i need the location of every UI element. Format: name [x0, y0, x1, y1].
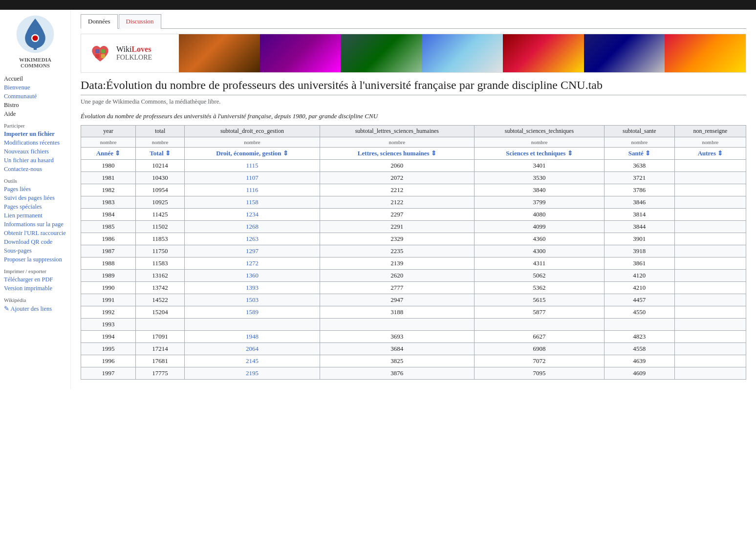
- table-body: 1980102141115206034013638198110430110720…: [81, 160, 746, 380]
- sidebar-item-importer[interactable]: Importer un fichier: [4, 130, 66, 138]
- cell-col5-1980: 3401: [475, 160, 605, 172]
- cell-col3-1994[interactable]: 1948: [185, 331, 320, 343]
- svg-rect-9: [101, 49, 105, 53]
- sidebar-item-imprimable[interactable]: Version imprimable: [4, 285, 66, 292]
- sidebar-item-ajouter-liens[interactable]: ✎ Ajouter des liens: [4, 305, 66, 313]
- col-label-lettres[interactable]: Lettres, sciences humaines ⇕: [320, 148, 474, 160]
- cell-col3-1983[interactable]: 1158: [185, 196, 320, 209]
- cell-year-1984: 1984: [81, 209, 136, 221]
- sidebar-item-informations[interactable]: Informations sur la page: [4, 221, 66, 228]
- sidebar-item-sous-pages[interactable]: Sous-pages: [4, 247, 66, 255]
- tab-discussion[interactable]: Discussion: [119, 14, 161, 29]
- cell-col7-1984: [674, 209, 746, 221]
- cell-col3-1986[interactable]: 1263: [185, 233, 320, 245]
- cell-col3-1992[interactable]: 1589: [185, 306, 320, 319]
- cell-col3-1980[interactable]: 1115: [185, 160, 320, 172]
- cell-total-1982: 10954: [135, 184, 184, 196]
- cell-col3-1987[interactable]: 1297: [185, 245, 320, 257]
- cell-year-1994: 1994: [81, 331, 136, 343]
- sidebar-item-aide[interactable]: Aide: [4, 110, 66, 118]
- cell-col3-1991[interactable]: 1503: [185, 294, 320, 306]
- sidebar-item-pdf[interactable]: Télécharger en PDF: [4, 276, 66, 283]
- table-row: 1988115831272213943113861: [81, 257, 746, 270]
- sidebar-item-lien-permanent[interactable]: Lien permanent: [4, 212, 66, 219]
- cell-col5-1981: 3530: [475, 172, 605, 184]
- sidebar-item-pages-liees[interactable]: Pages liées: [4, 186, 66, 193]
- table-description: Évolution du nombre de professeurs des u…: [81, 112, 746, 120]
- tabs: Données Discussion: [81, 10, 746, 29]
- table-row: 1997177752195387670954609: [81, 367, 746, 380]
- cell-col5-1985: 4099: [475, 221, 605, 233]
- sidebar-item-accueil[interactable]: Accueil: [4, 75, 66, 83]
- sidebar-item-qr-code[interactable]: Download QR code: [4, 238, 66, 246]
- sidebar-item-communaute[interactable]: Communauté: [4, 93, 66, 100]
- svg-rect-10: [95, 54, 99, 58]
- cell-col3-1990[interactable]: 1393: [185, 282, 320, 294]
- sort-autres-icon[interactable]: ⇕: [717, 150, 723, 157]
- cell-col3-1997[interactable]: 2195: [185, 367, 320, 380]
- sidebar-item-hasard[interactable]: Un fichier au hasard: [4, 157, 66, 164]
- col-subheader-lettres: nombre: [320, 137, 474, 148]
- cell-col3-1982[interactable]: 1116: [185, 184, 320, 196]
- table-row: 1987117501297223543003918: [81, 245, 746, 257]
- col-label-total[interactable]: Total ⇕: [135, 148, 184, 160]
- sidebar-item-nouveaux[interactable]: Nouveaux fichiers: [4, 148, 66, 155]
- col-header-total: total: [135, 126, 184, 137]
- cell-total-1986: 11853: [135, 233, 184, 245]
- sort-sante-icon[interactable]: ⇕: [645, 150, 650, 157]
- sort-total-icon[interactable]: ⇕: [165, 150, 171, 157]
- cell-col7-1983: [674, 196, 746, 209]
- cell-col5-1987: 4300: [475, 245, 605, 257]
- cell-col3-1995[interactable]: 2064: [185, 343, 320, 355]
- sidebar-item-url-raccourcie[interactable]: Obtenir l'URL raccourcie: [4, 230, 66, 237]
- cell-col6-1985: 3844: [604, 221, 674, 233]
- sidebar-item-bienvenue[interactable]: Bienvenue: [4, 84, 66, 91]
- cell-col5-1992: 5877: [475, 306, 605, 319]
- sidebar-item-modifications[interactable]: Modifications récentes: [4, 139, 66, 147]
- table-row: 1994170911948369366274823: [81, 331, 746, 343]
- cell-col5-1996: 7072: [475, 355, 605, 367]
- sidebar-item-suivi[interactable]: Suivi des pages liées: [4, 194, 66, 202]
- col-label-sciences[interactable]: Sciences et techniques ⇕: [475, 148, 605, 160]
- table-row: 1980102141115206034013638: [81, 160, 746, 172]
- banner-photo-7: [665, 34, 746, 72]
- cell-col6-1987: 3918: [604, 245, 674, 257]
- sidebar-item-pages-speciales[interactable]: Pages spéciales: [4, 203, 66, 211]
- col-label-annee[interactable]: Année ⇕: [81, 148, 136, 160]
- cell-col6-1996: 4639: [604, 355, 674, 367]
- sort-sciences-icon[interactable]: ⇕: [567, 150, 573, 157]
- cell-col3-1984[interactable]: 1234: [185, 209, 320, 221]
- cell-col3-1988[interactable]: 1272: [185, 257, 320, 270]
- sidebar-item-suppression[interactable]: Proposer la suppression: [4, 256, 66, 263]
- cell-col6-1986: 3901: [604, 233, 674, 245]
- wiki-loves-icon: [88, 41, 112, 65]
- cell-col3-1985[interactable]: 1268: [185, 221, 320, 233]
- cell-col6-1984: 3814: [604, 209, 674, 221]
- cell-col3-1989[interactable]: 1360: [185, 270, 320, 282]
- cell-col7-1995: [674, 343, 746, 355]
- cell-year-1995: 1995: [81, 343, 136, 355]
- cell-year-1980: 1980: [81, 160, 136, 172]
- cell-col3-1996[interactable]: 2145: [185, 355, 320, 367]
- cell-col5-1984: 4080: [475, 209, 605, 221]
- sidebar-item-bistro[interactable]: Bistro: [4, 102, 66, 109]
- sidebar-item-contactez[interactable]: Contactez-nous: [4, 166, 66, 173]
- loves-label: Loves: [131, 45, 151, 53]
- sort-annee-icon[interactable]: ⇕: [115, 150, 120, 157]
- cell-total-1985: 11502: [135, 221, 184, 233]
- cell-col6-1993: [604, 319, 674, 331]
- sort-droit-icon[interactable]: ⇕: [283, 150, 288, 157]
- table-row: 1989131621360262050624120: [81, 270, 746, 282]
- col-label-autres[interactable]: Autres ⇕: [674, 148, 746, 160]
- cell-col3-1981[interactable]: 1107: [185, 172, 320, 184]
- table-row: 1985115021268229140993844: [81, 221, 746, 233]
- cell-col7-1985: [674, 221, 746, 233]
- col-subheader-sciences: nombre: [475, 137, 605, 148]
- cell-col6-1981: 3721: [604, 172, 674, 184]
- tab-donnees[interactable]: Données: [81, 14, 118, 29]
- cell-col5-1989: 5062: [475, 270, 605, 282]
- cell-total-1991: 14522: [135, 294, 184, 306]
- col-label-droit[interactable]: Droit, économie, gestion ⇕: [185, 148, 320, 160]
- sort-lettres-icon[interactable]: ⇕: [431, 150, 436, 157]
- col-label-sante[interactable]: Santé ⇕: [604, 148, 674, 160]
